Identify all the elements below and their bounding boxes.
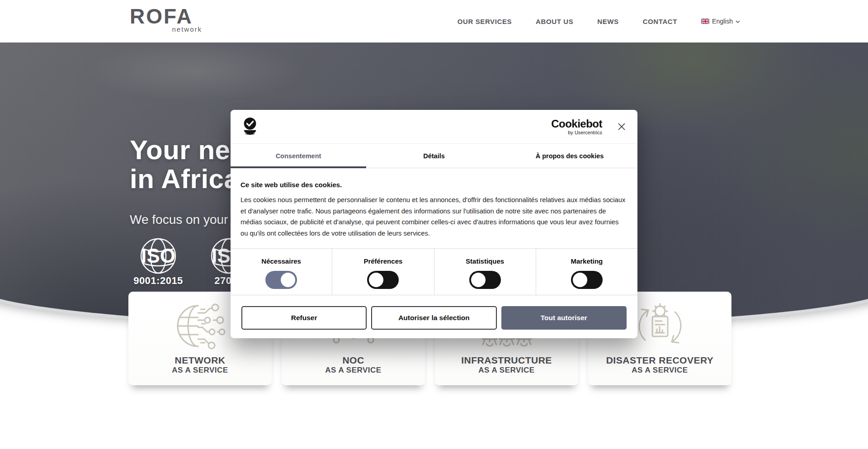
tab-a-propos-des-cookies[interactable]: À propos des cookies (502, 144, 637, 168)
card-title: DISASTER RECOVERY (588, 355, 731, 366)
category-label: Nécessaires (261, 257, 301, 265)
card-subtitle: AS A SERVICE (128, 366, 272, 375)
toggle-knob (471, 273, 486, 287)
iso-globe-icon: ISO (130, 237, 187, 275)
cookiebot-brand: Cookiebot by Usercentrics (551, 118, 602, 135)
toggle-knob (281, 273, 295, 287)
logo-title: ROFA (130, 5, 202, 27)
main-nav: OUR SERVICES ABOUT US NEWS CONTACT Engli… (458, 0, 740, 43)
site-header: ROFA network OUR SERVICES ABOUT US NEWS … (0, 0, 868, 43)
card-title: NOC (282, 355, 425, 366)
hero-heading: Your ne in Africa (130, 136, 239, 194)
category-preferences: Préférences (332, 249, 434, 295)
hero-heading-line1: Your ne (130, 136, 239, 165)
toggle-necessaires (265, 271, 297, 289)
cookiebot-check-stack-icon (241, 117, 259, 136)
category-necessaires: Nécessaires (231, 249, 332, 295)
category-statistiques: Statistiques (434, 249, 536, 295)
iso-9001-badge: ISO 9001:2015 (130, 237, 187, 287)
tab-consentement[interactable]: Consentement (231, 144, 366, 168)
cookie-dialog-tabs: Consentement Détails À propos des cookie… (231, 143, 637, 168)
card-title: INFRASTRUCTURE (435, 355, 578, 366)
cookie-dialog-header: Cookiebot by Usercentrics (231, 110, 637, 143)
category-marketing: Marketing (536, 249, 637, 295)
toggle-statistiques[interactable] (469, 271, 501, 289)
category-label: Marketing (571, 257, 603, 265)
card-subtitle: AS A SERVICE (588, 366, 731, 375)
category-label: Statistiques (466, 257, 504, 265)
hero-heading-line2: in Africa (130, 165, 239, 194)
nav-item-about-us[interactable]: ABOUT US (536, 18, 573, 25)
tab-details[interactable]: Détails (366, 144, 502, 168)
cookie-consent-description: Les cookies nous permettent de personnal… (241, 194, 627, 239)
language-label: English (712, 18, 733, 25)
close-icon[interactable] (616, 121, 627, 132)
cookie-dialog-buttons: Refuser Autoriser la sélection Tout auto… (231, 295, 637, 330)
uk-flag-icon (701, 19, 709, 24)
category-label: Préférences (363, 257, 402, 265)
nav-item-contact[interactable]: CONTACT (643, 18, 677, 25)
rofa-logo[interactable]: ROFA network (130, 5, 202, 33)
allow-all-button[interactable]: Tout autoriser (501, 306, 627, 330)
toggle-knob (573, 273, 587, 287)
toggle-knob (369, 273, 383, 287)
allow-selection-button[interactable]: Autoriser la sélection (371, 306, 496, 330)
cookie-dialog-body: Ce site web utilise des cookies. Les coo… (231, 168, 637, 239)
card-title: NETWORK (128, 355, 272, 366)
refuse-button[interactable]: Refuser (241, 306, 367, 330)
cookie-consent-dialog: Cookiebot by Usercentrics Consentement D… (231, 110, 637, 338)
cookiebot-logo-text: Cookiebot (551, 118, 602, 129)
hero-subheading: We focus on your ne (130, 213, 245, 227)
toggle-marketing[interactable] (571, 271, 603, 289)
cookie-consent-title: Ce site web utilise des cookies. (241, 181, 627, 189)
svg-text:ISO: ISO (141, 245, 175, 267)
cookiebot-byline: by Usercentrics (568, 130, 602, 135)
language-selector[interactable]: English (701, 18, 740, 25)
card-subtitle: AS A SERVICE (282, 366, 425, 375)
nav-item-news[interactable]: NEWS (597, 18, 618, 25)
chevron-down-icon (736, 20, 740, 23)
nav-item-our-services[interactable]: OUR SERVICES (458, 18, 512, 25)
card-subtitle: AS A SERVICE (435, 366, 578, 375)
iso-badge-label: 9001:2015 (130, 275, 187, 287)
cookie-categories: Nécessaires Préférences Statistiques Mar… (231, 248, 637, 295)
toggle-preferences[interactable] (367, 271, 399, 289)
